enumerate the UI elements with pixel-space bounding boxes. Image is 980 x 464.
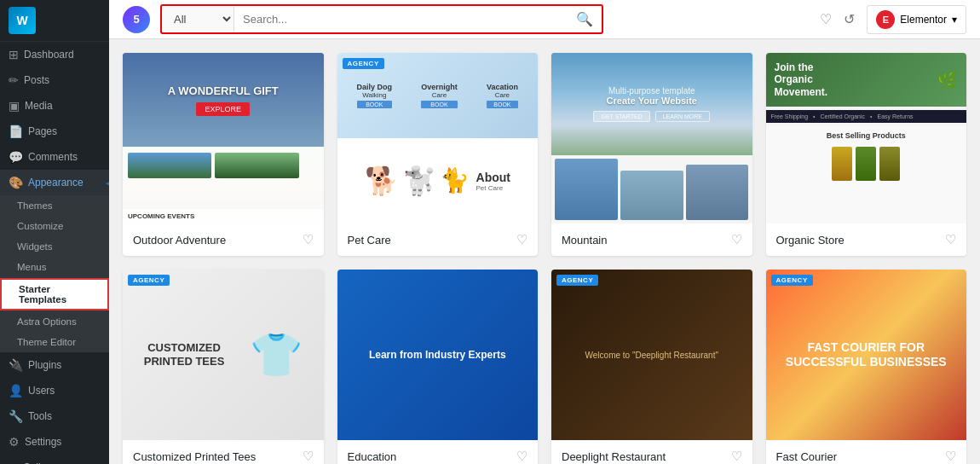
template-tshirt[interactable]: AGENCY CUSTOMIZEDPRINTED TEES 👕 Customiz… <box>123 270 324 464</box>
favorites-icon[interactable]: ♡ <box>820 11 832 27</box>
mountain-visual: Multi-purpose template Create Your Websi… <box>551 53 752 223</box>
sidebar-item-label: Plugins <box>28 359 61 371</box>
outdoor-title: A WONDERFUL GIFT <box>168 84 279 97</box>
product-2 <box>856 147 876 181</box>
submenu-astra-options[interactable]: Astra Options <box>0 311 109 332</box>
submenu-menus[interactable]: Menus <box>0 257 109 277</box>
sidebar-item-label: Dashboard <box>24 49 74 61</box>
plugins-icon: 🔌 <box>9 358 23 372</box>
restaurant-title: Welcome to "Deeplight Restaurant" <box>585 351 718 360</box>
media-icon: ▣ <box>9 99 20 113</box>
outdoor-name: Outdoor Adventure <box>133 234 226 246</box>
elementor-chevron: ▾ <box>952 14 957 26</box>
sidebar-item-comments[interactable]: 💬 Comments <box>0 144 109 170</box>
courier-headline: FAST COURIER FOR SUCCESSFUL BUSINESSES <box>775 340 959 369</box>
elementor-logo: E <box>876 10 895 29</box>
petcare-visual: AGENCY Daily DogWalkingBOOK OvernightCar… <box>337 53 539 223</box>
learn-footer: Education ♡ <box>337 440 539 464</box>
restaurant-heart[interactable]: ♡ <box>731 449 742 464</box>
sidebar-item-plugins[interactable]: 🔌 Plugins <box>0 352 109 378</box>
sidebar-item-label: Posts <box>24 74 49 86</box>
sidebar-item-tools[interactable]: 🔧 Tools <box>0 403 109 429</box>
organic-heart[interactable]: ♡ <box>945 232 956 247</box>
templates-content: A WONDERFUL GIFT EXPLORE UPCOMING EVENTS <box>109 39 980 464</box>
sidebar-logo: W <box>0 0 109 42</box>
dashboard-icon: ⊞ <box>9 48 19 61</box>
settings-icon: ⚙ <box>9 435 20 449</box>
collapse-icon: ◀ <box>9 461 18 464</box>
product-3 <box>879 147 900 181</box>
agency-badge-courier: AGENCY <box>771 275 813 286</box>
sidebar-item-posts[interactable]: ✏ Posts <box>0 67 109 93</box>
template-outdoor-adventure[interactable]: A WONDERFUL GIFT EXPLORE UPCOMING EVENTS <box>123 53 324 256</box>
filter-select[interactable]: All Agency Free <box>162 7 234 32</box>
sidebar-item-label: Comments <box>28 151 78 163</box>
thumbnail-petcare: AGENCY Daily DogWalkingBOOK OvernightCar… <box>337 53 539 223</box>
elementor-label: Elementor <box>900 14 947 26</box>
organic-footer: Organic Store ♡ <box>766 223 967 256</box>
template-restaurant[interactable]: AGENCY Welcome to "Deeplight Restaurant"… <box>551 270 752 464</box>
outdoor-imgs <box>128 153 319 178</box>
sidebar-item-dashboard[interactable]: ⊞ Dashboard <box>0 42 109 67</box>
mountain-name: Mountain <box>562 234 607 246</box>
thumbnail-mountain: Multi-purpose template Create Your Websi… <box>551 53 752 223</box>
sidebar-item-users[interactable]: 👤 Users <box>0 378 109 403</box>
tshirt-headline: CUSTOMIZEDPRINTED TEES <box>144 341 225 368</box>
sidebar-item-label: Tools <box>28 410 52 422</box>
template-learn[interactable]: Learn from Industry Experts Education ♡ <box>337 270 539 464</box>
img-mountain <box>128 153 211 178</box>
template-organic-store[interactable]: Join theOrganicMovement. 🌿 Free Shipping… <box>766 53 967 256</box>
search-container: All Agency Free 🔍 <box>160 4 603 34</box>
petcare-footer: Pet Care ♡ <box>337 223 539 256</box>
petcare-heart[interactable]: ♡ <box>516 232 527 247</box>
learn-name: Education <box>348 450 397 463</box>
submenu-widgets[interactable]: Widgets <box>0 236 109 257</box>
submenu-theme-editor[interactable]: Theme Editor <box>0 332 109 352</box>
courier-name: Fast Courier <box>776 450 838 463</box>
sidebar-item-label: Media <box>25 100 53 112</box>
thumbnail-tshirt: AGENCY CUSTOMIZEDPRINTED TEES 👕 <box>123 270 324 440</box>
sidebar-item-label: Users <box>28 385 55 397</box>
agency-badge-petcare: AGENCY <box>343 58 384 69</box>
product-1 <box>832 147 852 181</box>
sidebar-item-media[interactable]: ▣ Media <box>0 93 109 119</box>
learn-headline: Learn from Industry Experts <box>369 349 506 361</box>
thumbnail-learn: Learn from Industry Experts <box>337 270 539 440</box>
sidebar-item-settings[interactable]: ⚙ Settings <box>0 429 109 455</box>
submenu-themes[interactable]: Themes <box>0 195 109 216</box>
tshirt-name: Customized Printed Tees <box>133 450 256 463</box>
appearance-icon: 🎨 <box>9 176 23 189</box>
tshirt-heart[interactable]: ♡ <box>303 449 314 464</box>
outdoor-heart[interactable]: ♡ <box>303 232 314 247</box>
courier-heart[interactable]: ♡ <box>945 449 956 464</box>
sidebar: W ⊞ Dashboard ✏ Posts ▣ Media 📄 Pages 💬 … <box>0 0 109 464</box>
learn-heart[interactable]: ♡ <box>516 449 527 464</box>
organic-visual: Join theOrganicMovement. 🌿 Free Shipping… <box>766 53 967 223</box>
tools-icon: 🔧 <box>9 409 23 423</box>
sidebar-item-appearance[interactable]: 🎨 Appearance ◀ <box>0 170 109 195</box>
topbar-logo: 5 <box>123 6 150 33</box>
submenu-starter-templates[interactable]: Starter Templates <box>0 278 109 310</box>
outdoor-events-label: UPCOMING EVENTS <box>123 209 324 223</box>
template-courier[interactable]: AGENCY FAST COURIER FOR SUCCESSFUL BUSIN… <box>766 270 967 464</box>
submenu-customize[interactable]: Customize <box>0 216 109 236</box>
thumbnail-restaurant: AGENCY Welcome to "Deeplight Restaurant" <box>551 270 752 440</box>
topbar-actions: ♡ ↺ E Elementor ▾ <box>820 5 966 34</box>
appearance-submenu: Themes Customize Widgets Menus Starter T… <box>0 195 109 352</box>
pages-icon: 📄 <box>9 125 23 138</box>
sidebar-item-collapse[interactable]: ◀ Collapse menu <box>0 455 109 464</box>
sidebar-item-pages[interactable]: 📄 Pages <box>0 119 109 144</box>
elementor-button[interactable]: E Elementor ▾ <box>867 5 966 34</box>
template-pet-care[interactable]: AGENCY Daily DogWalkingBOOK OvernightCar… <box>337 53 539 256</box>
search-icon: 🔍 <box>568 6 602 32</box>
users-icon: 👤 <box>9 384 23 397</box>
mountain-heart[interactable]: ♡ <box>731 232 742 247</box>
sidebar-item-label: Appearance <box>28 177 84 188</box>
mountain-footer: Mountain ♡ <box>551 223 752 256</box>
restaurant-visual: AGENCY Welcome to "Deeplight Restaurant" <box>551 270 752 440</box>
search-input[interactable] <box>234 8 568 31</box>
template-mountain[interactable]: Multi-purpose template Create Your Websi… <box>551 53 752 256</box>
wp-logo: W <box>9 7 36 34</box>
organic-products <box>832 147 900 181</box>
refresh-icon[interactable]: ↺ <box>844 11 855 27</box>
